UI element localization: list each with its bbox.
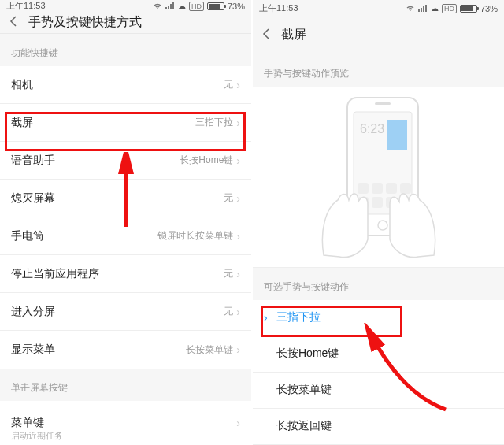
chevron-right-icon: › xyxy=(236,268,240,280)
screen-left: 上午11:53 ☁ HD 73% 手势及按键快捷方式 功能快捷键 相机 无› 截… xyxy=(0,0,251,445)
title-bar: 手势及按键快捷方式 xyxy=(0,12,251,34)
check-icon: › xyxy=(264,311,272,324)
row-flashlight[interactable]: 手电筒 锁屏时长按菜单键› xyxy=(0,217,251,255)
row-menu-key[interactable]: 菜单键 启动近期任务 › xyxy=(0,401,251,445)
row-label: 手电筒 xyxy=(11,229,44,243)
hd-badge: HD xyxy=(189,2,204,11)
status-time: 上午11:53 xyxy=(6,0,46,12)
row-stop-app[interactable]: 停止当前应用程序 无› xyxy=(0,255,251,293)
svg-rect-7 xyxy=(423,6,424,12)
row-value: 长按Home键› xyxy=(180,154,240,167)
svg-rect-6 xyxy=(421,8,422,12)
svg-rect-5 xyxy=(418,9,420,12)
option-label: 三指下拉 xyxy=(276,310,321,324)
row-value: 长按菜单键› xyxy=(186,343,240,357)
row-value: 三指下拉› xyxy=(195,116,240,129)
battery-pct: 73% xyxy=(228,2,245,11)
signal-icon xyxy=(165,2,175,11)
row-label: 相机 xyxy=(11,78,33,92)
row-label: 进入分屏 xyxy=(11,305,55,319)
chevron-right-icon: › xyxy=(236,306,240,318)
row-camera[interactable]: 相机 无› xyxy=(0,66,251,104)
back-icon[interactable] xyxy=(261,28,273,43)
option-label: 长按菜单键 xyxy=(276,383,332,397)
battery-icon xyxy=(207,2,224,10)
chevron-right-icon: › xyxy=(236,79,240,91)
row-value: 锁屏时长按菜单键› xyxy=(158,229,240,243)
svg-rect-2 xyxy=(170,4,172,9)
row-label: 停止当前应用程序 xyxy=(11,267,99,281)
row-value: 无› xyxy=(224,78,240,91)
chevron-right-icon: › xyxy=(236,154,240,167)
svg-rect-12 xyxy=(375,102,391,105)
battery-pct: 73% xyxy=(480,4,498,13)
page-title: 手势及按键快捷方式 xyxy=(28,14,142,31)
svg-rect-16 xyxy=(386,183,397,194)
row-value: 无› xyxy=(224,191,240,205)
title-bar: 截屏 xyxy=(253,17,504,54)
functions-card: 相机 无› 截屏 三指下拉› 语音助手 长按Home键› 熄灭屏幕 无› 手电筒… xyxy=(0,66,251,369)
chevron-right-icon: › xyxy=(236,192,240,205)
chevron-right-icon: › xyxy=(236,117,240,129)
option-long-press-menu[interactable]: 长按菜单键 xyxy=(253,373,504,409)
option-three-finger-swipe[interactable]: › 三指下拉 xyxy=(253,300,504,336)
tap-card: 菜单键 启动近期任务 › xyxy=(0,401,251,445)
chevron-right-icon: › xyxy=(236,343,240,356)
row-label: 显示菜单 xyxy=(11,343,55,357)
option-long-press-home[interactable]: 长按Home键 xyxy=(253,336,504,373)
screen-right: 上午11:53 ☁ HD 73% 截屏 手势与按键动作预览 6:23 xyxy=(253,0,504,445)
svg-rect-17 xyxy=(400,183,411,194)
status-time: 上午11:53 xyxy=(259,2,298,14)
preview-header: 手势与按键动作预览 xyxy=(253,54,504,87)
status-right: ☁ HD 73% xyxy=(406,4,498,13)
gesture-preview: 6:23 xyxy=(253,87,504,268)
wifi-icon xyxy=(406,4,415,13)
svg-point-11 xyxy=(378,221,387,230)
status-bar: 上午11:53 ☁ HD 73% xyxy=(0,0,251,12)
section-header-functions: 功能快捷键 xyxy=(0,34,251,66)
back-icon[interactable] xyxy=(8,15,20,31)
svg-rect-8 xyxy=(425,5,427,12)
row-value: 无› xyxy=(224,267,240,280)
chevron-right-icon: › xyxy=(236,417,240,429)
options-card: › 三指下拉 长按Home键 长按菜单键 长按返回键 xyxy=(253,300,504,445)
options-header: 可选手势与按键动作 xyxy=(253,268,504,300)
row-label: 语音助手 xyxy=(11,154,55,168)
svg-rect-15 xyxy=(372,183,383,194)
row-value: 无› xyxy=(224,305,240,318)
row-voice-assistant[interactable]: 语音助手 长按Home键› xyxy=(0,142,251,180)
status-right: ☁ HD 73% xyxy=(153,2,245,11)
battery-icon xyxy=(460,5,477,13)
row-label: 菜单键 xyxy=(11,416,44,430)
row-split-screen[interactable]: 进入分屏 无› xyxy=(0,293,251,331)
svg-rect-19 xyxy=(372,197,383,208)
row-label: 熄灭屏幕 xyxy=(11,191,55,206)
row-label: 截屏 xyxy=(11,116,33,130)
svg-rect-1 xyxy=(168,6,169,9)
option-label: 长按返回键 xyxy=(276,419,332,433)
wifi-icon xyxy=(153,2,162,11)
row-sublabel: 启动近期任务 xyxy=(11,430,63,442)
svg-rect-3 xyxy=(172,2,174,9)
status-bar: 上午11:53 ☁ HD 73% xyxy=(253,0,504,17)
option-label: 长按Home键 xyxy=(276,347,339,361)
option-long-press-back[interactable]: 长按返回键 xyxy=(253,409,504,445)
svg-rect-0 xyxy=(165,7,167,9)
signal-icon xyxy=(418,4,428,13)
section-header-tap: 单击屏幕按键 xyxy=(0,369,251,401)
weather-icon: ☁ xyxy=(431,4,439,13)
svg-rect-14 xyxy=(358,183,369,194)
weather-icon: ☁ xyxy=(178,2,186,10)
page-title: 截屏 xyxy=(281,27,306,43)
row-turn-off-screen[interactable]: 熄灭屏幕 无› xyxy=(0,180,251,217)
preview-clock: 6:23 xyxy=(360,122,384,135)
row-screenshot[interactable]: 截屏 三指下拉› xyxy=(0,104,251,142)
hd-badge: HD xyxy=(442,4,457,13)
row-value: › xyxy=(236,417,240,429)
svg-rect-13 xyxy=(387,120,407,150)
chevron-right-icon: › xyxy=(236,230,240,243)
row-show-menu[interactable]: 显示菜单 长按菜单键› xyxy=(0,331,251,369)
